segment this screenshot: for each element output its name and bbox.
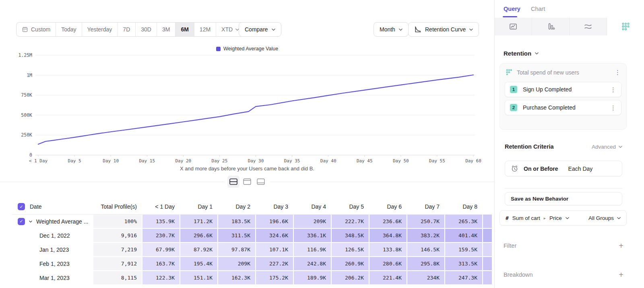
- row-label-cell[interactable]: Feb 1, 2023: [12, 257, 93, 270]
- chart-type-button[interactable]: Retention Curve: [408, 22, 479, 37]
- retention-value-cell: 107.1K: [256, 243, 293, 256]
- retention-value-cell: 97.87K: [218, 243, 255, 256]
- select-all-checkbox[interactable]: ✓: [18, 203, 25, 210]
- range-label: 7D: [123, 26, 130, 33]
- measure-attribute[interactable]: Price: [549, 215, 562, 221]
- range-today[interactable]: Today: [56, 23, 82, 36]
- retention-value-cell-partial: [483, 243, 492, 256]
- criteria-mode-label: Advanced: [592, 144, 616, 150]
- y-tick: 500K: [8, 112, 32, 118]
- col-header-day-7: Day 7: [407, 199, 444, 214]
- retention-value-cell: 313.5K: [445, 257, 482, 270]
- chevron-down-icon: [272, 28, 275, 31]
- group-dropdown[interactable]: All Groups: [588, 215, 621, 221]
- range-12m[interactable]: 12M: [194, 23, 216, 36]
- chevron-down-icon: [535, 52, 539, 55]
- compare-button[interactable]: Compare: [239, 22, 281, 37]
- row-label-cell[interactable]: ✓Weighted Average ...: [12, 215, 93, 228]
- row-checkbox[interactable]: ✓: [18, 218, 25, 225]
- query-type-flows[interactable]: [570, 18, 607, 35]
- range-yesterday[interactable]: Yesterday: [82, 23, 118, 36]
- query-type-retention[interactable]: [607, 18, 644, 35]
- x-tick: Day 25: [212, 158, 228, 164]
- range-3m[interactable]: 3M: [157, 23, 175, 36]
- range-7d[interactable]: 7D: [118, 23, 136, 36]
- range-label: Custom: [31, 26, 50, 33]
- col-header-label: Day 3: [273, 203, 288, 210]
- col-header-label: Day 1: [198, 203, 213, 210]
- range-custom[interactable]: Custom: [17, 23, 56, 36]
- row-label: Jan 1, 2023: [39, 247, 69, 253]
- add-breakdown-button[interactable]: +: [619, 271, 623, 279]
- total-profiles-cell: 8,115: [93, 271, 142, 284]
- layout-toggle-panel-bottom[interactable]: [255, 176, 267, 188]
- retention-value-cell: 175.2K: [256, 271, 293, 284]
- step-kebab-menu[interactable]: ⋮: [610, 105, 616, 111]
- query-type-selector: [495, 18, 644, 35]
- layout-toggle-split-horizontal[interactable]: [227, 176, 239, 188]
- retention-value-cell: 260.9K: [332, 257, 369, 270]
- x-tick: Day 55: [429, 158, 445, 164]
- retention-value-cell: 126.5K: [332, 243, 369, 256]
- retention-value-cell: 146.5K: [407, 243, 444, 256]
- retention-value-cell-partial: [483, 257, 492, 270]
- row-label-cell[interactable]: Dec 1, 2022: [12, 229, 93, 242]
- criteria-mode-dropdown[interactable]: Advanced: [592, 144, 622, 150]
- col-header-day-5: Day 5: [332, 199, 369, 214]
- measure-property[interactable]: Sum of cart: [512, 215, 540, 221]
- retention-value-cell: 206.2K: [332, 271, 369, 284]
- panel-top-icon: [243, 178, 251, 185]
- row-label: Feb 1, 2023: [39, 261, 70, 267]
- behavior-kebab-menu[interactable]: ⋮: [615, 69, 621, 75]
- criteria-condition: On or Before: [524, 166, 558, 172]
- retention-section-header[interactable]: Retention: [504, 50, 539, 57]
- retention-value-cell: 296.6K: [180, 229, 217, 242]
- criteria-timing-card[interactable]: On or Before Each Day: [505, 161, 622, 176]
- col-header-label: Day 5: [349, 203, 364, 210]
- tab-query[interactable]: Query: [504, 6, 520, 12]
- layout-toggle-panel-top[interactable]: [241, 176, 253, 188]
- total-profiles-cell: 7,219: [93, 243, 142, 256]
- behavior-retention-icon: [506, 69, 512, 76]
- panel-tabs: Query Chart: [495, 0, 644, 18]
- save-as-new-behavior-button[interactable]: Save as New Behavior: [505, 192, 622, 205]
- row-label-cell[interactable]: Mar 1, 2023: [12, 271, 93, 284]
- retention-value-cell: 183.5K: [218, 215, 255, 228]
- step-kebab-menu[interactable]: ⋮: [610, 87, 616, 93]
- retention-value-cell: 247.3K: [445, 271, 482, 284]
- query-type-funnels[interactable]: [532, 18, 570, 35]
- filter-label: Filter: [504, 242, 516, 249]
- date-range-group: CustomTodayYesterday7D30D3M6M12MXTD: [16, 22, 245, 37]
- retention-value-cell: 159.5K: [445, 243, 482, 256]
- retention-dots-icon: [621, 22, 630, 31]
- add-filter-button[interactable]: +: [619, 242, 623, 250]
- query-type-insights[interactable]: [495, 18, 532, 35]
- filter-section: Filter +: [504, 242, 623, 250]
- chart-type-label: Retention Curve: [425, 26, 466, 33]
- row-expander-icon[interactable]: [29, 220, 32, 223]
- step-label: Purchase Completed: [523, 104, 576, 111]
- row-label: Dec 1, 2022: [39, 232, 70, 239]
- row-label-cell[interactable]: Jan 1, 2023: [12, 243, 93, 256]
- behavior-step-2[interactable]: 2 Purchase Completed ⋮: [505, 100, 621, 115]
- x-tick: Day 15: [139, 158, 155, 164]
- retention-value-cell: 234K: [407, 271, 444, 284]
- split-horizontal-icon: [229, 178, 237, 185]
- x-tick: < 1 Day: [29, 158, 47, 164]
- retention-value-cell: 116.9K: [294, 243, 331, 256]
- behavior-step-1[interactable]: 1 Sign Up Completed ⋮: [505, 82, 621, 97]
- range-30d[interactable]: 30D: [136, 23, 157, 36]
- range-6m[interactable]: 6M: [175, 23, 194, 36]
- breakdown-label: Breakdown: [504, 271, 533, 278]
- retention-value-cell: 222.7K: [332, 215, 369, 228]
- retention-criteria-label: Retention Criteria: [505, 143, 554, 150]
- retention-value-cell: 196.6K: [256, 215, 293, 228]
- chevron-down-icon: [619, 145, 622, 149]
- granularity-button[interactable]: Month: [374, 22, 409, 37]
- range-label: 3M: [162, 26, 170, 33]
- flows-stream-icon: [584, 23, 592, 31]
- col-header-label: < 1 Day: [155, 203, 175, 210]
- tab-chart[interactable]: Chart: [531, 6, 545, 12]
- query-panel: Query Chart: [494, 0, 644, 288]
- retention-value-cell: 133.8K: [369, 243, 407, 256]
